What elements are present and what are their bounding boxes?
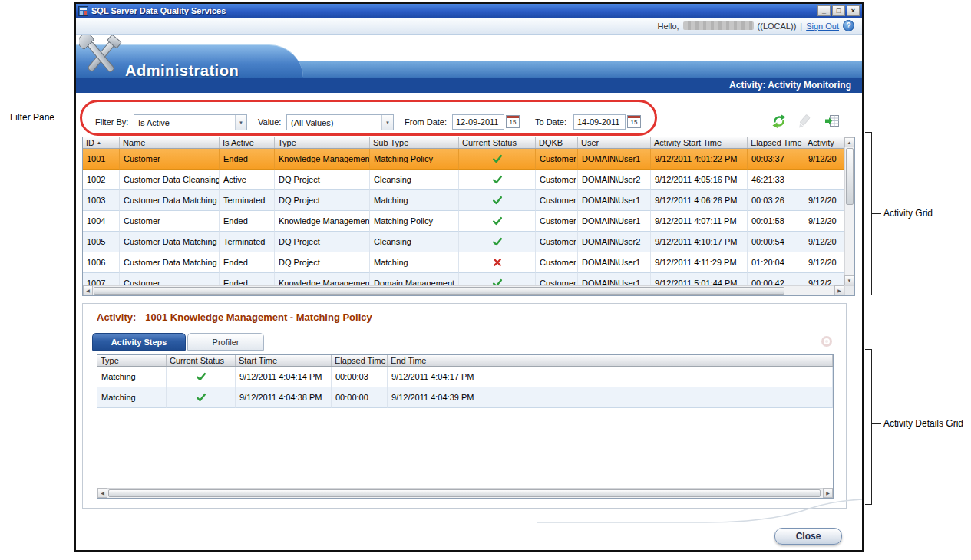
cell-id: 1007 [83, 273, 120, 285]
minimize-button[interactable]: _ [817, 5, 831, 16]
column-header-activity-start-time[interactable]: Activity Start Time [651, 137, 748, 148]
status-ok-check-icon [196, 371, 206, 382]
export-button[interactable] [824, 113, 841, 130]
column-header-type[interactable]: Type [97, 355, 167, 366]
chevron-down-icon: ▼ [235, 115, 246, 130]
activity-step-row[interactable]: Matching9/12/2011 4:04:14 PM00:00:039/12… [97, 367, 833, 387]
cell-end_time: 9/12/20 [804, 232, 844, 252]
cell-is_active: Ended [220, 211, 275, 232]
column-header-id[interactable]: ID▲ [83, 137, 120, 148]
column-header-current-status[interactable]: Current Status [167, 355, 236, 366]
status-error-icon [459, 252, 536, 273]
column-header-elapsed-time[interactable]: Elapsed Time [748, 137, 804, 148]
details-toolbar-icon-disabled [820, 334, 834, 348]
cell-name: Customer [120, 273, 220, 285]
separator: | [800, 21, 802, 31]
activity-row-1005[interactable]: 1005Customer Data MatchingTerminatedDQ P… [83, 232, 844, 252]
cell-sub_type: Matching Policy [370, 211, 459, 232]
column-header-user[interactable]: User [578, 137, 651, 148]
details-grid-horizontal-scrollbar[interactable]: ◀ ▶ [97, 488, 833, 498]
export-icon [824, 114, 840, 128]
maximize-button[interactable]: □ [832, 5, 845, 16]
cell-start_time: 9/12/2011 4:10:17 PM [651, 232, 748, 252]
cell-elapsed: 00:01:58 [748, 211, 804, 232]
column-header-sub-type[interactable]: Sub Type [370, 137, 459, 148]
column-header-end-time[interactable]: End Time [388, 355, 481, 366]
cell-elapsed: 46:21:33 [748, 170, 804, 190]
filter-by-label: Filter By: [95, 117, 128, 127]
tab-activity-steps[interactable]: Activity Steps [92, 333, 186, 351]
cell-elapsed: 00:03:37 [748, 149, 804, 170]
annotation-bracket-tick [865, 295, 872, 295]
to-date-calendar-icon[interactable]: 15 [627, 115, 641, 128]
activity-row-1006[interactable]: 1006Customer Data MatchingEndedDQ Projec… [83, 252, 844, 273]
filter-by-dropdown[interactable]: Is Active ▼ [134, 114, 247, 130]
status-ok-check-icon [492, 278, 503, 285]
status-ok-icon [459, 149, 536, 170]
scroll-down-button[interactable]: ▼ [844, 275, 854, 285]
scroll-right-button[interactable]: ▶ [834, 285, 844, 295]
app-icon [78, 6, 88, 16]
status-ok-check-icon [492, 236, 503, 247]
from-date-input[interactable] [452, 114, 504, 130]
details-grid-rows: Matching9/12/2011 4:04:14 PM00:00:039/12… [97, 367, 833, 488]
to-date-input[interactable] [573, 114, 626, 130]
horizontal-scroll-thumb[interactable] [108, 489, 821, 497]
activity-row-1002[interactable]: 1002Customer Data CleansingActiveDQ Proj… [83, 170, 844, 190]
annotation-filter-pane-label: Filter Pane [10, 112, 54, 123]
status-ok-check-icon [492, 195, 503, 206]
column-header-type[interactable]: Type [275, 137, 370, 148]
horizontal-scroll-thumb[interactable] [94, 287, 784, 295]
to-date-label: To Date: [535, 117, 566, 127]
activity-row-1004[interactable]: 1004CustomerEndedKnowledge ManagementMat… [83, 211, 844, 232]
cell-start_time: 9/12/2011 4:04:38 PM [236, 387, 332, 408]
help-icon[interactable]: ? [843, 20, 854, 31]
column-header-dqkb[interactable]: DQKB [536, 137, 578, 148]
refresh-button[interactable] [771, 113, 788, 130]
scroll-left-button[interactable]: ◀ [97, 488, 107, 498]
column-header-elapsed-time[interactable]: Elapsed Time [332, 355, 388, 366]
close-window-button[interactable]: × [847, 5, 860, 16]
column-header-activity[interactable]: Activity [804, 137, 844, 148]
activity-grid-vertical-scrollbar[interactable]: ▲ ▼ [844, 137, 854, 285]
annotation-filter-pane-line [48, 117, 79, 117]
from-date-calendar-icon[interactable]: 15 [506, 115, 520, 128]
cell-start_time: 9/12/2011 5:01:44 PM [651, 273, 748, 285]
status-ok-icon [459, 170, 536, 190]
cell-user: DOMAIN\User1 [578, 273, 651, 285]
cell-name: Customer Data Cleansing [120, 170, 220, 190]
close-button[interactable]: Close [774, 528, 842, 545]
activity-details-grid: TypeCurrent StatusStart TimeElapsed Time… [97, 354, 834, 499]
scroll-left-button[interactable]: ◀ [83, 285, 93, 295]
activity-row-1003[interactable]: 1003Customer Data MatchingTerminatedDQ P… [83, 190, 844, 211]
activity-row-1001[interactable]: 1001CustomerEndedKnowledge ManagementMat… [83, 149, 844, 170]
value-dropdown[interactable]: (All Values) ▼ [286, 114, 394, 130]
tab-profiler[interactable]: Profiler [187, 333, 264, 351]
scroll-right-button[interactable]: ▶ [823, 488, 833, 498]
activity-row-1007[interactable]: 1007CustomerEndedKnowledge ManagementDom… [83, 273, 844, 285]
status-ok-icon [459, 232, 536, 252]
activity-step-row[interactable]: Matching9/12/2011 4:04:38 PM00:00:009/12… [97, 387, 833, 408]
column-header-current-status[interactable]: Current Status [459, 137, 536, 148]
cell-sub_type: Cleansing [370, 232, 459, 252]
column-header-spacer [481, 355, 833, 366]
annotation-bracket-tick [865, 504, 872, 505]
annotation-activity-grid-label: Activity Grid [883, 208, 933, 219]
sign-out-link[interactable]: Sign Out [806, 21, 839, 31]
cell-name: Customer Data Matching [120, 232, 220, 252]
cell-elapsed: 00:03:26 [748, 190, 804, 211]
vertical-scroll-thumb[interactable] [846, 148, 854, 205]
column-header-name[interactable]: Name [120, 137, 220, 148]
column-header-is-active[interactable]: Is Active [220, 137, 275, 148]
cell-filler [481, 387, 833, 408]
scrollbar-corner [844, 285, 854, 295]
cell-dqkb: Customer [536, 232, 578, 252]
activity-grid-horizontal-scrollbar[interactable]: ◀ ▶ [83, 285, 844, 295]
column-header-start-time[interactable]: Start Time [236, 355, 332, 366]
cell-user: DOMAIN\User2 [578, 170, 651, 190]
cell-sub_type: Domain Management [370, 273, 459, 285]
scroll-up-button[interactable]: ▲ [844, 137, 854, 147]
cell-sub_type: Matching Policy [370, 149, 459, 170]
cell-is_active: Terminated [220, 232, 275, 252]
cell-start_time: 9/12/2011 4:01:22 PM [651, 149, 748, 170]
